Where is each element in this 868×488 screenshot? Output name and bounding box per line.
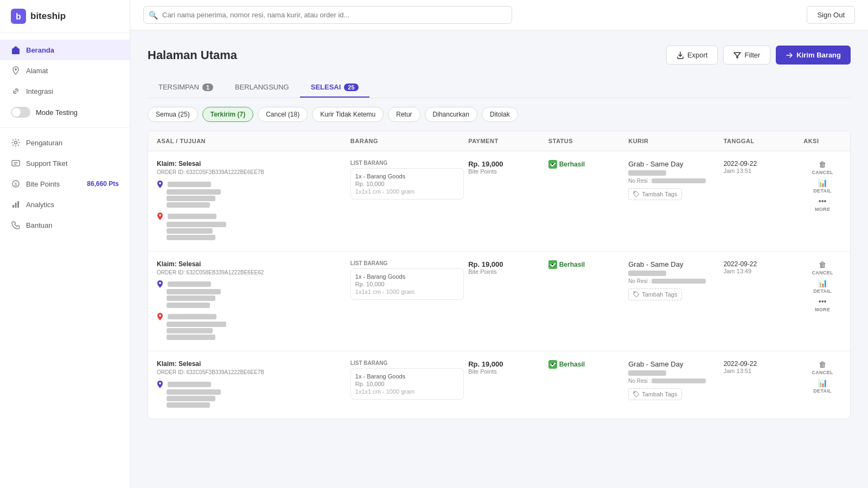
cell-kurir-0: Grab - Same Day No Resi : Tambah Tags [628,160,719,200]
kurir-blurred-2 [628,370,666,376]
origin-name-1 [168,281,211,287]
chip-terkirim[interactable]: Terkirim (7) [202,107,253,122]
chip-dihancurkan[interactable]: Dihancurkan [425,107,477,122]
col-header-kurir: KURIR [628,138,719,144]
map-pin-icon [11,66,21,75]
search-input[interactable] [143,6,512,24]
biteship-logo-icon: b [11,9,26,24]
tab-badge-tersimpan: 1 [202,84,213,91]
order-claim-0: Klaim: Selesai [157,160,346,168]
payment-type-1: Bite Points [468,268,544,275]
cell-asal-tujuan-2: Klaim: Selesai ORDER ID: 632C05F3B339A12… [157,360,346,410]
sidebar-item-bantuan[interactable]: Bantuan [0,215,130,235]
detail-icon-1: 📊 [818,279,827,287]
barang-box-1: 1x - Barang Goods Rp. 10,000 1x1x1 cm - … [350,268,464,300]
chip-ditolak[interactable]: Ditolak [482,107,518,122]
origin-addr2-0 [167,195,346,201]
more-icon-1: ••• [819,297,827,306]
cancel-action-2[interactable]: 🗑 CANCEL [812,360,833,375]
origin-addr1-0 [167,188,346,195]
tab-selesai[interactable]: SELESAI 25 [300,78,369,98]
svg-point-14 [159,282,161,284]
svg-point-13 [634,192,635,193]
tab-badge-selesai: 25 [344,84,358,91]
sidebar-item-label-analytics: Analytics [26,201,54,209]
col-header-status: STATUS [548,138,624,144]
search-icon: 🔍 [149,11,158,20]
cell-asal-tujuan-1: Klaim: Selesai ORDER ID: 632C058EB339A12… [157,260,346,343]
chip-retur[interactable]: Retur [388,107,420,122]
sidebar-item-analytics[interactable]: Analytics [0,194,130,215]
coin-icon: $ [11,179,21,189]
dest-name-1 [168,314,216,319]
tambah-tags-0[interactable]: Tambah Tags [628,188,682,200]
tanggal-time-0: Jam 13:51 [724,168,800,174]
export-button[interactable]: Export [666,46,718,65]
sidebar-nav: Beranda Alamat Integrasi [0,33,130,488]
table-row: Klaim: Selesai ORDER ID: 632C05F3B339A12… [148,151,850,252]
svg-point-11 [159,214,161,216]
sidebar-item-support-tiket[interactable]: Support Tiket [0,153,130,174]
kurir-blurred-0 [628,170,666,176]
more-action-1[interactable]: ••• MORE [815,297,830,312]
sidebar-item-label-beranda: Beranda [26,46,54,54]
detail-action-0[interactable]: 📊 DETAIL [813,178,832,194]
svg-point-20 [634,392,635,393]
chip-kurir-tidak-ketemu[interactable]: Kurir Tidak Ketemu [312,107,384,122]
kurir-blurred-1 [628,271,666,276]
kirim-barang-button[interactable]: Kirim Barang [776,46,851,65]
tanggal-time-1: Jam 13:49 [724,268,800,274]
sidebar-item-beranda[interactable]: Beranda [0,40,130,60]
barang-name-2: 1x - Barang Goods [355,373,459,380]
header-actions: Export Filter Kirim Barang [666,46,851,65]
filter-button[interactable]: Filter [723,46,770,65]
resi-number-2 [652,378,706,383]
origin-name-2 [168,382,211,387]
cancel-action-1[interactable]: 🗑 CANCEL [812,260,833,275]
tambah-tags-2[interactable]: Tambah Tags [628,388,682,400]
tanggal-date-1: 2022-09-22 [724,260,800,268]
barang-label-2: LIST BARANG [350,360,464,366]
bar-chart-icon [11,200,21,209]
sidebar-item-alamat[interactable]: Alamat [0,60,130,81]
tab-tersimpan[interactable]: TERSIMPAN 1 [148,78,224,98]
payment-type-2: Bite Points [468,368,544,375]
phone-icon [11,220,21,230]
topbar: 🔍 Sign Out [130,0,868,30]
more-action-0[interactable]: ••• MORE [815,197,830,212]
cell-aksi-1: 🗑 CANCEL 📊 DETAIL ••• MORE [803,260,841,312]
origin-name-0 [168,182,211,187]
svg-text:$: $ [14,182,17,187]
tab-berlangsung[interactable]: BERLANGSUNG [224,78,300,98]
mode-testing-toggle[interactable] [11,107,30,118]
detail-action-2[interactable]: 📊 DETAIL [813,378,832,394]
no-resi-0: No Resi : [628,178,719,184]
sidebar-divider-1 [0,127,130,128]
search-wrapper: 🔍 [143,6,512,24]
sidebar-item-bite-points[interactable]: $ Bite Points 86,660 Pts [0,174,130,194]
payment-type-0: Bite Points [468,168,544,175]
chip-semua[interactable]: Semua (25) [148,107,198,122]
cell-barang-0: LIST BARANG 1x - Barang Goods Rp. 10,000… [350,160,464,200]
table-header: ASAL / TUJUAN BARANG PAYMENT STATUS KURI… [148,131,850,151]
sidebar-item-integrasi[interactable]: Integrasi [0,81,130,101]
settings-icon [11,138,21,147]
svg-text:b: b [16,12,21,21]
address-dest-1 [157,312,346,341]
col-header-payment: PAYMENT [468,138,544,144]
cell-status-0: Berhasil [548,160,624,169]
sidebar-item-pengaturan[interactable]: Pengaturan [0,132,130,153]
tambah-tags-1[interactable]: Tambah Tags [628,288,682,300]
detail-action-1[interactable]: 📊 DETAIL [813,279,832,294]
cancel-action-0[interactable]: 🗑 CANCEL [812,160,833,175]
resi-number-1 [652,279,706,284]
barang-dims-1: 1x1x1 cm - 1000 gram [355,288,459,295]
detail-icon-0: 📊 [818,178,827,187]
barang-price-2: Rp. 10,000 [355,381,459,387]
sign-out-button[interactable]: Sign Out [807,6,855,24]
col-header-tanggal: TANGGAL [724,138,800,144]
svg-rect-8 [15,203,17,208]
mode-testing-label: Mode Testing [36,108,78,117]
address-origin-0 [157,179,346,208]
chip-cancel[interactable]: Cancel (18) [258,107,308,122]
